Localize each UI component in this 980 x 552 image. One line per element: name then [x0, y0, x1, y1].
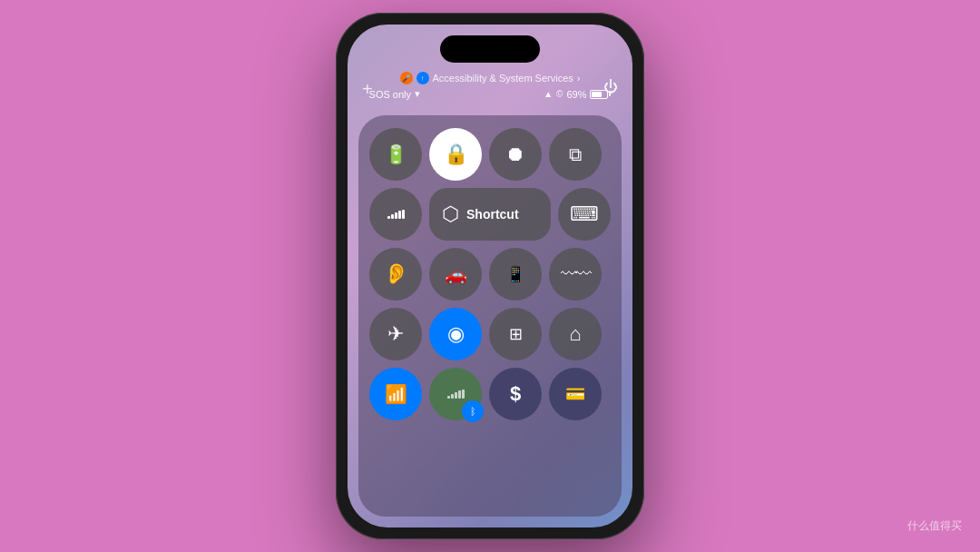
- battery-percent: 69%: [566, 89, 586, 100]
- soundwave-icon: 〰〰: [561, 265, 590, 284]
- cellular-bars-icon: [447, 389, 465, 399]
- bluetooth-icon: ᛒ: [470, 406, 476, 417]
- cc-row-1: 🔋 🔒 ⏺ ⧉: [369, 128, 611, 181]
- hearing-icon: 👂: [384, 262, 408, 286]
- location-status-icon: ▲: [544, 89, 553, 99]
- battery-icon: [590, 90, 611, 99]
- hearing-button[interactable]: 👂: [369, 248, 422, 301]
- home-icon: ⌂: [569, 322, 581, 346]
- status-left: SOS only ▾: [369, 88, 420, 100]
- screen-record-button[interactable]: ⏺: [489, 128, 542, 181]
- calculator-icon: ⊞: [509, 324, 523, 344]
- status-right: ▲ © 69%: [544, 89, 611, 100]
- signal-bars-icon: [387, 210, 405, 219]
- locked-icon: ©: [556, 89, 563, 99]
- lock-rotation-icon: 🔒: [444, 143, 468, 166]
- watermark: 什么值得买: [907, 518, 962, 534]
- cash-app-button[interactable]: $: [489, 368, 542, 420]
- keyboard-button[interactable]: ⌨: [558, 188, 611, 241]
- cellular-group: ᛒ: [429, 368, 482, 420]
- status-bar: 🎤 ↑ Accessibility & System Services › SO…: [348, 72, 632, 100]
- cc-row-4: ✈ ◉ ⊞ ⌂: [369, 308, 611, 360]
- carplay-button[interactable]: 🚗: [429, 248, 482, 301]
- record-icon: ⏺: [505, 143, 525, 166]
- shortcut-icon: ⬡: [442, 202, 459, 226]
- accessibility-bar: 🎤 ↑ Accessibility & System Services ›: [400, 72, 581, 84]
- bluetooth-button[interactable]: ᛒ: [462, 400, 484, 422]
- chevron-right-icon: ›: [577, 73, 581, 84]
- cc-row-5: 📶 ᛒ: [369, 368, 611, 420]
- location-icon: ↑: [416, 72, 429, 84]
- wifi-icon: ▾: [415, 88, 420, 100]
- calculator-button[interactable]: ⊞: [489, 308, 542, 360]
- screen-lock-button[interactable]: 🔒: [429, 128, 482, 181]
- cc-row-2: ⬡ Shortcut ⌨: [369, 188, 611, 241]
- shortcut-button[interactable]: ⬡ Shortcut: [429, 188, 551, 241]
- remote-button[interactable]: 📱: [489, 248, 542, 301]
- signal-button[interactable]: [369, 188, 422, 241]
- home-button[interactable]: ⌂: [549, 308, 602, 360]
- sound-recognition-button[interactable]: 〰〰: [549, 248, 602, 301]
- shortcut-label: Shortcut: [466, 207, 519, 222]
- window-mirror-button[interactable]: ⧉: [549, 128, 602, 181]
- airplane-mode-button[interactable]: ✈: [369, 308, 422, 360]
- wallet-icon: 💳: [565, 384, 585, 404]
- airplane-icon: ✈: [387, 322, 404, 346]
- carplay-icon: 🚗: [445, 263, 467, 285]
- wifi-control-icon: 📶: [385, 383, 407, 405]
- wallet-button[interactable]: 💳: [549, 368, 602, 420]
- dynamic-island: [440, 35, 540, 63]
- network-label: SOS only: [369, 89, 411, 100]
- battery-saver-button[interactable]: 🔋: [369, 128, 422, 181]
- status-row: SOS only ▾ ▲ © 69%: [369, 88, 612, 100]
- control-center-panel: 🔋 🔒 ⏺ ⧉: [358, 115, 622, 517]
- fingerprint-button[interactable]: ◉: [429, 308, 482, 360]
- cc-row-3: 👂 🚗 📱 〰〰: [369, 248, 611, 301]
- dollar-icon: $: [510, 382, 521, 406]
- fingerprint-icon: ◉: [447, 322, 465, 346]
- keyboard-icon: ⌨: [570, 202, 599, 226]
- window-icon: ⧉: [569, 144, 582, 165]
- battery-saver-icon: 🔋: [385, 143, 407, 165]
- remote-icon: 📱: [505, 264, 525, 284]
- accessibility-label: Accessibility & System Services: [433, 73, 573, 84]
- phone-screen: + ⏻ 🎤 ↑ Accessibility & System Services …: [348, 25, 632, 527]
- wifi-button[interactable]: 📶: [369, 368, 422, 420]
- mic-icon: 🎤: [400, 72, 413, 84]
- phone-frame: + ⏻ 🎤 ↑ Accessibility & System Services …: [336, 13, 644, 539]
